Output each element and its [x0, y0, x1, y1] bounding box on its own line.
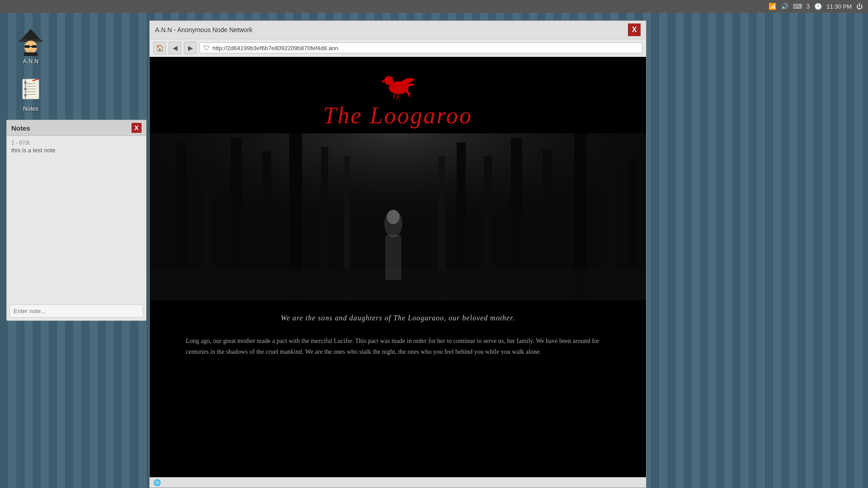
- note-entry-id: 1 - 87dt: [11, 140, 142, 146]
- notification-count: 3: [807, 3, 810, 10]
- browser-forward-button[interactable]: ▶: [184, 42, 197, 54]
- site-title: The Loogaroo: [323, 102, 472, 129]
- svg-marker-0: [21, 29, 41, 40]
- ann-icon-image: [16, 27, 45, 56]
- svg-point-14: [24, 88, 27, 90]
- svg-rect-43: [385, 235, 401, 280]
- svg-point-19: [384, 76, 393, 85]
- forest-image: [150, 133, 646, 300]
- svg-point-15: [24, 94, 27, 97]
- browser-url-text: http://2d64199b3ef6b7e8092209b870fef4d8.…: [212, 45, 338, 52]
- wifi-icon: 📶: [769, 3, 776, 10]
- browser-home-button[interactable]: 🏠: [153, 42, 166, 54]
- svg-line-21: [393, 93, 395, 99]
- notes-panel-title: Notes: [11, 124, 30, 132]
- browser-title: A.N.N - Anonymous Node Network: [155, 26, 253, 33]
- notes-panel: Notes X 1 - 87dt this is a test note: [6, 120, 146, 321]
- notebook-svg: [19, 77, 42, 101]
- browser-window: A.N.N - Anonymous Node Network X 🏠 ◀ ▶ 🛡…: [149, 20, 646, 488]
- browser-titlebar: A.N.N - Anonymous Node Network X: [150, 21, 646, 39]
- notes-icon-label: Notes: [23, 105, 38, 112]
- browser-content: The Loogaroo: [150, 57, 646, 477]
- site-quote: We are the sons and daughters of The Loo…: [150, 300, 646, 331]
- site-hero: The Loogaroo: [150, 57, 646, 300]
- keyboard-icon: ⌨: [793, 3, 802, 10]
- raven-logo-icon: [375, 66, 420, 102]
- desktop: 📶 🔊 ⌨ 3 🕐 11:30 PM ⏻: [0, 0, 868, 488]
- svg-point-23: [386, 79, 388, 80]
- power-icon[interactable]: ⏻: [856, 3, 863, 10]
- ann-svg: [16, 27, 45, 56]
- notes-close-button[interactable]: X: [132, 123, 142, 133]
- browser-statusbar: 🌐: [150, 477, 646, 488]
- notes-panel-header: Notes X: [7, 120, 146, 136]
- system-time: 11:30 PM: [826, 3, 852, 10]
- note-entry-text: this is a test note: [11, 147, 142, 154]
- notes-content: 1 - 87dt this is a test note: [7, 136, 146, 305]
- browser-toolbar: 🏠 ◀ ▶ 🛡 http://2d64199b3ef6b7e8092209b87…: [150, 39, 646, 57]
- svg-point-44: [387, 210, 400, 224]
- browser-close-button[interactable]: X: [628, 23, 641, 36]
- svg-marker-20: [381, 80, 384, 83]
- system-bar: 📶 🔊 ⌨ 3 🕐 11:30 PM ⏻: [0, 0, 868, 13]
- sound-icon: 🔊: [781, 3, 788, 10]
- globe-icon: 🌐: [153, 479, 161, 486]
- clock-icon: 🕐: [814, 3, 822, 10]
- browser-back-button[interactable]: ◀: [169, 42, 181, 54]
- svg-point-13: [24, 81, 27, 84]
- browser-url-icon: 🛡: [203, 44, 210, 52]
- svg-rect-4: [32, 45, 37, 48]
- ann-icon-label: A.N.N: [23, 58, 39, 65]
- forest-svg: [150, 133, 646, 300]
- browser-url-bar[interactable]: 🛡 http://2d64199b3ef6b7e8092209b870fef4d…: [199, 42, 642, 53]
- site-logo: The Loogaroo: [323, 66, 472, 129]
- desktop-icon-ann[interactable]: A.N.N: [13, 27, 49, 65]
- svg-rect-3: [24, 45, 30, 48]
- svg-line-22: [397, 94, 399, 99]
- notes-icon-image: [16, 75, 45, 103]
- notes-input[interactable]: [9, 305, 143, 318]
- site-body-text: Long ago, our great mother made a pact w…: [150, 331, 646, 371]
- desktop-icon-notes[interactable]: Notes: [13, 75, 49, 112]
